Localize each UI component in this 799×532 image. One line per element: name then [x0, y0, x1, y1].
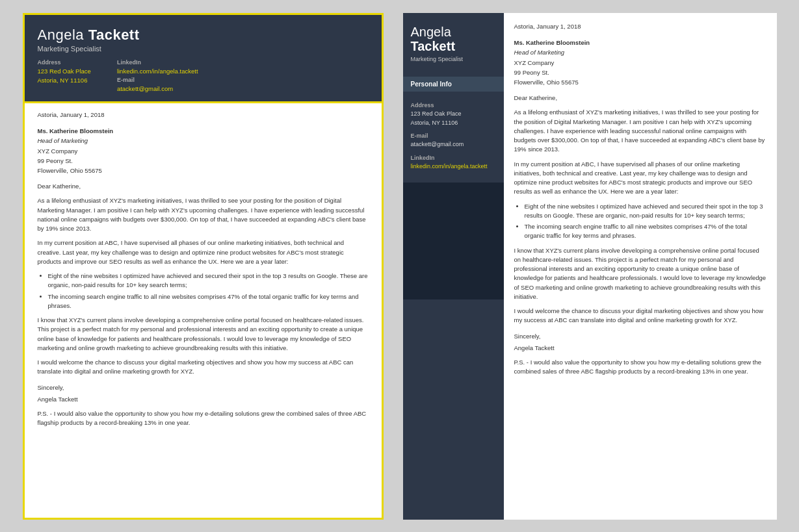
right-company: XYZ Company [514, 58, 766, 68]
left-address-line2: Astoria, NY 11106 [38, 77, 91, 84]
left-recipient-name: Ms. Katherine Bloomstein [38, 126, 369, 136]
right-sidebar-content: Address 123 Red Oak Place Astoria, NY 11… [403, 92, 504, 176]
left-linkedin-item: LinkedIn linkedin.com/in/angela.tackett … [117, 59, 198, 92]
right-dear: Dear Katherine, [514, 94, 766, 103]
left-recipient-title: Head of Marketing [38, 136, 369, 146]
left-linkedin-label: LinkedIn [117, 59, 198, 66]
left-date: Astoria, January 1, 2018 [38, 110, 369, 120]
right-para2: In my current position at ABC, I have su… [514, 160, 766, 197]
left-para4: I would welcome the chance to discuss yo… [38, 358, 369, 377]
left-first-name: Angela [38, 27, 88, 43]
right-linkedin-link[interactable]: linkedin.com/in/angela.tackett [411, 163, 488, 170]
right-address-block: Ms. Katherine Bloomstein Head of Marketi… [514, 38, 766, 87]
left-sign-off: Sincerely, [38, 383, 369, 392]
left-ps: P.S. - I would also value the opportunit… [38, 409, 369, 428]
left-address-block: Ms. Katherine Bloomstein Head of Marketi… [38, 126, 369, 175]
left-job-title: Marketing Specialist [38, 45, 369, 53]
right-email-label: E-mail [411, 133, 496, 139]
right-linkedin-label: LinkedIn [411, 155, 496, 161]
left-linkedin-value: linkedin.com/in/angela.tackett [117, 68, 198, 75]
page-wrapper: Angela Tackett Marketing Specialist Addr… [23, 13, 777, 520]
right-document: Angela Tackett Marketing Specialist Pers… [403, 13, 777, 520]
right-personal-info-header: Personal Info [403, 77, 504, 92]
left-addr2: Flowerville, Ohio 55675 [38, 166, 369, 175]
right-name-block: Angela Tackett Marketing Specialist [403, 13, 504, 70]
right-address-line2: Astoria, NY 11106 [411, 119, 496, 128]
right-recipient-name: Ms. Katherine Bloomstein [514, 38, 766, 47]
left-email-label: E-mail [117, 77, 198, 83]
left-company: XYZ Company [38, 146, 369, 156]
left-bullet-list: Eight of the nine websites I optimized h… [48, 272, 369, 310]
right-address-line1: 123 Red Oak Place [411, 110, 496, 119]
left-address-label: Address [38, 59, 91, 66]
right-signature: Angela Tackett [514, 344, 766, 353]
right-ps: P.S. - I would also value the opportunit… [514, 358, 766, 377]
left-document: Angela Tackett Marketing Specialist Addr… [23, 13, 384, 520]
right-address-label: Address [411, 102, 496, 108]
left-address-item: Address 123 Red Oak Place Astoria, NY 11… [38, 59, 91, 92]
right-bullet2: The incoming search engine traffic to al… [525, 222, 766, 241]
left-bullet2: The incoming search engine traffic to al… [48, 292, 369, 311]
right-addr1: 99 Peony St. [514, 68, 766, 77]
left-para3: I know that XYZ's current plans involve … [38, 316, 369, 353]
right-sign-off: Sincerely, [514, 332, 766, 341]
left-dear: Dear Katherine, [38, 182, 369, 191]
left-bullet1: Eight of the nine websites I optimized h… [48, 272, 369, 290]
right-recipient-title: Head of Marketing [514, 47, 766, 57]
right-sidebar: Angela Tackett Marketing Specialist Pers… [403, 13, 504, 520]
left-signature: Angela Tackett [38, 395, 369, 404]
right-para3: I know that XYZ's current plans involve … [514, 246, 766, 302]
right-para1: As a lifelong enthusiast of XYZ's market… [514, 108, 766, 154]
left-address-line1: 123 Red Oak Place [38, 68, 91, 75]
right-main: Astoria, January 1, 2018 Ms. Katherine B… [504, 13, 777, 520]
left-para2: In my current position at ABC, I have su… [38, 238, 369, 266]
right-email-value: atackett@gmail.com [411, 140, 496, 149]
right-job-title: Marketing Specialist [411, 56, 496, 62]
left-body: Astoria, January 1, 2018 Ms. Katherine B… [25, 101, 382, 442]
right-first-name: Angela [411, 25, 496, 39]
right-para4: I would welcome the chance to discuss yo… [514, 307, 766, 325]
right-linkedin-value: linkedin.com/in/angela.tackett [411, 162, 496, 171]
right-bullet1: Eight of the nine websites I optimized h… [525, 202, 766, 221]
left-email-value: atackett@gmail.com [117, 85, 198, 92]
right-date: Astoria, January 1, 2018 [514, 22, 766, 31]
right-sidebar-dark-bar [403, 183, 504, 299]
left-para1: As a lifelong enthusiast of XYZ's market… [38, 196, 369, 233]
left-last-name: Tackett [88, 27, 140, 43]
right-bullet-list: Eight of the nine websites I optimized h… [525, 202, 766, 241]
left-addr1: 99 Peony St. [38, 156, 369, 166]
left-contact-row: Address 123 Red Oak Place Astoria, NY 11… [38, 59, 369, 92]
right-last-name: Tackett [411, 39, 496, 53]
right-addr2: Flowerville, Ohio 55675 [514, 77, 766, 87]
left-name: Angela Tackett [38, 27, 369, 44]
left-header: Angela Tackett Marketing Specialist Addr… [23, 13, 384, 103]
